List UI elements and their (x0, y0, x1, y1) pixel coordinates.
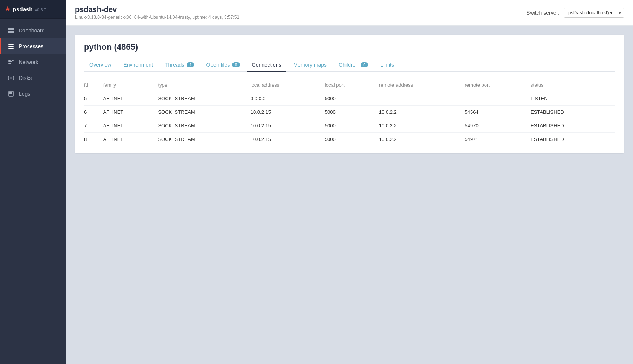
svg-rect-6 (8, 48, 14, 49)
sidebar-item-label: Processes (19, 43, 43, 49)
cell-family: AF_INET (103, 106, 158, 119)
cell-remote-address: 10.0.2.2 (379, 133, 465, 146)
tab-overview[interactable]: Overview (84, 59, 116, 72)
col-remote-address: remote address (379, 79, 465, 92)
tab-threads[interactable]: Threads 2 (160, 59, 199, 72)
app-version: v0.6.0 (35, 8, 46, 12)
cell-remote-port: 54564 (465, 106, 531, 119)
sidebar-item-label: Disks (19, 75, 32, 81)
sidebar-item-label: Dashboard (19, 28, 45, 34)
cell-local-address: 10.0.2.15 (251, 133, 325, 146)
children-badge: 0 (361, 62, 368, 67)
cell-type: SOCK_STREAM (158, 133, 250, 146)
cell-remote-port (465, 92, 531, 106)
svg-point-13 (12, 78, 13, 78)
svg-rect-1 (11, 28, 14, 30)
svg-rect-7 (8, 60, 11, 61)
cell-fd: 7 (84, 119, 103, 133)
main-content: psdash-dev Linux-3.13.0-34-generic-x86_6… (66, 0, 633, 364)
cell-type: SOCK_STREAM (158, 119, 250, 133)
app-name: psdash v0.6.0 (13, 6, 46, 12)
page-area: python (4865) Overview Environment Threa… (66, 26, 633, 364)
col-type: type (158, 79, 250, 92)
tab-children[interactable]: Children 0 (333, 59, 373, 72)
col-local-address: local address (251, 79, 325, 92)
cell-local-port: 5000 (325, 92, 379, 106)
table-row: 7 AF_INET SOCK_STREAM 10.0.2.15 5000 10.… (84, 119, 615, 133)
cell-local-port: 5000 (325, 106, 379, 119)
switch-server-label: Switch server: (526, 10, 560, 16)
threads-badge: 2 (187, 62, 194, 67)
cell-local-address: 10.0.2.15 (251, 106, 325, 119)
sidebar-item-network[interactable]: Network (0, 54, 66, 70)
cell-remote-address (379, 92, 465, 106)
topbar: psdash-dev Linux-3.13.0-34-generic-x86_6… (66, 0, 633, 26)
cell-type: SOCK_STREAM (158, 106, 250, 119)
svg-rect-5 (8, 46, 14, 47)
cell-status: ESTABLISHED (531, 106, 615, 119)
sidebar-item-label: Logs (19, 91, 30, 97)
network-icon (8, 59, 14, 66)
col-family: family (103, 79, 158, 92)
svg-rect-16 (9, 93, 12, 94)
svg-rect-8 (8, 61, 12, 62)
svg-rect-4 (8, 44, 14, 45)
svg-rect-3 (11, 31, 14, 33)
sidebar-item-logs[interactable]: Logs (0, 86, 66, 102)
svg-rect-15 (9, 92, 12, 93)
svg-rect-17 (9, 95, 11, 95)
col-status: status (531, 79, 615, 92)
server-dropdown-wrapper[interactable]: psDash (localhost) ▾ (564, 8, 624, 18)
cell-status: LISTEN (531, 92, 615, 106)
sidebar-item-disks[interactable]: Disks (0, 70, 66, 86)
cell-remote-port: 54971 (465, 133, 531, 146)
col-local-port: local port (325, 79, 379, 92)
table-header-row: fd family type local address local port … (84, 79, 615, 92)
cell-family: AF_INET (103, 119, 158, 133)
logs-icon (8, 90, 14, 97)
tab-limits[interactable]: Limits (375, 59, 399, 72)
tab-environment[interactable]: Environment (118, 59, 158, 72)
table-row: 6 AF_INET SOCK_STREAM 10.0.2.15 5000 10.… (84, 106, 615, 119)
table-row: 5 AF_INET SOCK_STREAM 0.0.0.0 5000 LISTE… (84, 92, 615, 106)
cell-remote-port: 54970 (465, 119, 531, 133)
svg-rect-9 (8, 63, 11, 64)
cell-remote-address: 10.0.2.2 (379, 106, 465, 119)
cell-remote-address: 10.0.2.2 (379, 119, 465, 133)
system-info: Linux-3.13.0-34-generic-x86_64-with-Ubun… (75, 15, 239, 20)
list-icon (8, 43, 14, 50)
tabs: Overview Environment Threads 2 Open file… (84, 59, 615, 72)
cell-status: ESTABLISHED (531, 133, 615, 146)
grid-icon (8, 27, 14, 34)
tab-memory-maps[interactable]: Memory maps (288, 59, 332, 72)
server-dropdown[interactable]: psDash (localhost) ▾ (564, 8, 624, 18)
tab-open-files[interactable]: Open files 0 (201, 59, 245, 72)
cell-fd: 5 (84, 92, 103, 106)
svg-rect-0 (8, 28, 11, 30)
topbar-info: psdash-dev Linux-3.13.0-34-generic-x86_6… (75, 5, 239, 20)
sidebar-item-dashboard[interactable]: Dashboard (0, 23, 66, 38)
cell-fd: 8 (84, 133, 103, 146)
table-row: 8 AF_INET SOCK_STREAM 10.0.2.15 5000 10.… (84, 133, 615, 146)
sidebar-item-processes[interactable]: Processes (0, 38, 66, 54)
svg-rect-2 (8, 31, 11, 33)
open-files-badge: 0 (232, 62, 240, 67)
sidebar-item-label: Network (19, 59, 38, 65)
cell-status: ESTABLISHED (531, 119, 615, 133)
svg-point-12 (10, 77, 12, 79)
cell-local-address: 0.0.0.0 (251, 92, 325, 106)
disk-icon (8, 75, 14, 81)
server-title: psdash-dev (75, 5, 239, 14)
sidebar: # psdash v0.6.0 Dashboard (0, 0, 66, 364)
cell-local-address: 10.0.2.15 (251, 119, 325, 133)
cell-family: AF_INET (103, 92, 158, 106)
logo-hash: # (6, 5, 10, 13)
process-title: python (4865) (84, 42, 615, 52)
app-logo: # psdash v0.6.0 (0, 0, 66, 19)
cell-local-port: 5000 (325, 119, 379, 133)
sidebar-nav: Dashboard Processes Network (0, 19, 66, 102)
tab-connections[interactable]: Connections (247, 59, 287, 72)
col-remote-port: remote port (465, 79, 531, 92)
topbar-right: Switch server: psDash (localhost) ▾ (526, 8, 624, 18)
connections-table: fd family type local address local port … (84, 79, 615, 146)
